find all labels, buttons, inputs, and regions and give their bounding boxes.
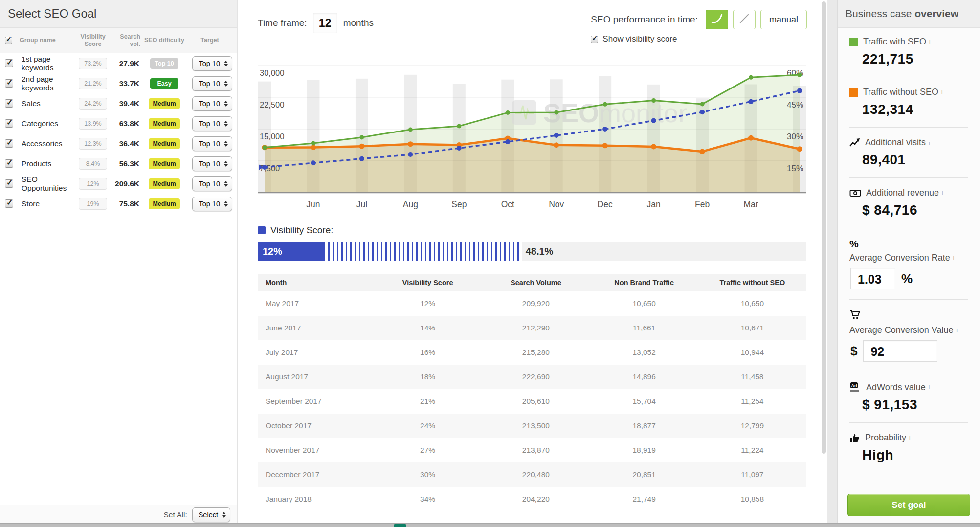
group-name: SEO Opportunities xyxy=(20,175,76,193)
select-arrows-icon xyxy=(224,201,228,207)
seo-difficulty-badge: Medium xyxy=(149,98,179,109)
curve-growth-button[interactable] xyxy=(706,10,728,29)
select-arrows-icon xyxy=(224,81,228,87)
visibility-current-segment: 12% xyxy=(258,242,324,261)
right-axis-tick: 45% xyxy=(787,100,803,110)
column-header-search-vol: Search vol. xyxy=(110,33,141,47)
conversion-value-input[interactable]: 92 xyxy=(863,340,937,362)
chat-widget-sliver[interactable] xyxy=(394,524,406,527)
group-visibility-score: 19% xyxy=(79,198,107,210)
line-chart-icon xyxy=(849,138,860,148)
group-checkbox[interactable] xyxy=(5,159,13,168)
table-cell: September 2017 xyxy=(258,389,374,414)
traffic-with-seo-point xyxy=(506,110,510,115)
seo-performance-chart: SEOmonitor 7,50015,00022,50030,00015%30%… xyxy=(258,51,807,217)
group-checkbox[interactable] xyxy=(5,119,13,128)
visibility-score-point xyxy=(457,146,462,151)
visibility-target-text: 48.1% xyxy=(526,246,554,257)
table-cell: 213,500 xyxy=(482,414,590,438)
target-select-value: Top 10 xyxy=(199,120,220,128)
table-cell: 30% xyxy=(374,462,482,487)
info-icon: i xyxy=(929,39,930,45)
info-icon: i xyxy=(929,140,930,146)
set-goal-button[interactable]: Set goal xyxy=(847,494,970,516)
x-axis-month-label: Mar xyxy=(743,199,758,209)
select-arrows-icon xyxy=(224,101,228,107)
cart-icon xyxy=(849,309,862,320)
group-name: Store xyxy=(20,199,76,208)
group-search-volume: 33.7K xyxy=(110,79,141,88)
table-row: August 201718%222,69014,89611,458 xyxy=(258,365,806,389)
vertical-scrollbar-thumb[interactable] xyxy=(822,1,826,454)
group-checkbox[interactable] xyxy=(5,59,13,67)
group-visibility-score: 8.4% xyxy=(79,158,107,170)
select-arrows-icon xyxy=(222,512,226,518)
group-checkbox[interactable] xyxy=(5,199,13,208)
group-visibility-score: 21.2% xyxy=(79,78,107,89)
metric-value: 89,401 xyxy=(862,152,968,168)
x-axis-month-label: Feb xyxy=(695,199,710,209)
time-frame-input[interactable]: 12 xyxy=(313,13,337,33)
linear-growth-button[interactable] xyxy=(733,10,756,29)
table-cell: 204,220 xyxy=(482,487,590,511)
seo-difficulty-badge: Top 10 xyxy=(150,58,178,69)
select-arrows-icon xyxy=(224,161,228,167)
target-select-value: Top 10 xyxy=(199,180,220,188)
metric-item: Traffic with SEOi 221,715 xyxy=(849,35,968,69)
group-checkbox[interactable] xyxy=(5,79,13,88)
show-visibility-checkbox[interactable] xyxy=(591,36,598,43)
select-arrows-icon xyxy=(224,141,228,147)
metric-value: 132,314 xyxy=(862,102,968,117)
target-select[interactable]: Top 10 xyxy=(192,96,232,111)
metric-label: Additional revenue xyxy=(866,188,939,198)
orange-swatch-icon xyxy=(849,88,858,97)
target-select[interactable]: Top 10 xyxy=(192,56,232,71)
visibility-score-point xyxy=(797,88,802,93)
column-header-visibility-score: Visibility Score xyxy=(76,33,110,47)
x-axis-month-label: Dec xyxy=(598,199,613,209)
group-search-volume: 75.8K xyxy=(110,199,141,208)
target-select-value: Top 10 xyxy=(199,140,220,148)
metric-prefix: $ xyxy=(850,344,857,359)
metric-label: Probability xyxy=(865,433,906,443)
traffic-without-seo-point xyxy=(408,141,413,147)
group-checkbox[interactable] xyxy=(5,179,13,188)
target-select[interactable]: Top 10 xyxy=(192,197,232,211)
performance-buttons-row: SEO performance in time: manual xyxy=(591,10,807,29)
page-bottom-strip xyxy=(0,523,980,527)
traffic-with-seo-point xyxy=(554,110,558,115)
conversion-rate-input[interactable]: 1.03 xyxy=(850,268,895,289)
metric-item: % Average Conversion Ratei 1.03% xyxy=(849,236,968,291)
table-cell: 14,896 xyxy=(590,365,698,389)
traffic-without-seo-point xyxy=(797,146,802,152)
set-all-select[interactable]: Select xyxy=(192,507,230,522)
x-axis-month-label: Jun xyxy=(306,199,320,209)
metric-label: Average Conversion Rate xyxy=(849,253,950,263)
target-select[interactable]: Top 10 xyxy=(192,176,232,191)
svg-text:SEOmonitor: SEOmonitor xyxy=(543,98,687,128)
show-visibility-row: Show visibility score xyxy=(591,34,807,44)
metric-label: Additional visits xyxy=(865,137,926,148)
goal-row: SEO Opportunities 12% 209.6K Medium Top … xyxy=(0,174,237,194)
metric-label: Traffic without SEO xyxy=(863,87,938,97)
group-checkbox[interactable] xyxy=(5,139,13,148)
manual-growth-button[interactable]: manual xyxy=(760,10,807,29)
group-search-volume: 63.8K xyxy=(110,119,141,128)
traffic-with-seo-point xyxy=(700,102,705,106)
target-select[interactable]: Top 10 xyxy=(192,136,232,151)
select-all-checkbox[interactable] xyxy=(5,37,12,44)
group-checkbox[interactable] xyxy=(5,99,13,108)
traffic-with-seo-point xyxy=(603,102,607,107)
metric-item: Traffic without SEOi 132,314 xyxy=(849,85,968,119)
table-cell: 16% xyxy=(374,340,482,365)
metric-separator xyxy=(849,177,968,178)
target-select[interactable]: Top 10 xyxy=(192,116,232,131)
target-select[interactable]: Top 10 xyxy=(192,76,232,91)
main-panel: Time frame: 12 months SEO performance in… xyxy=(238,0,827,527)
group-search-volume: 56.3K xyxy=(110,159,141,168)
target-select[interactable]: Top 10 xyxy=(192,156,232,171)
select-seo-goal-panel: Select SEO Goal Group name Visibility Sc… xyxy=(0,0,238,527)
set-all-bar: Set All: Select xyxy=(0,505,237,524)
target-select-value: Top 10 xyxy=(199,200,220,208)
left-axis-tick: 15,000 xyxy=(260,132,284,141)
